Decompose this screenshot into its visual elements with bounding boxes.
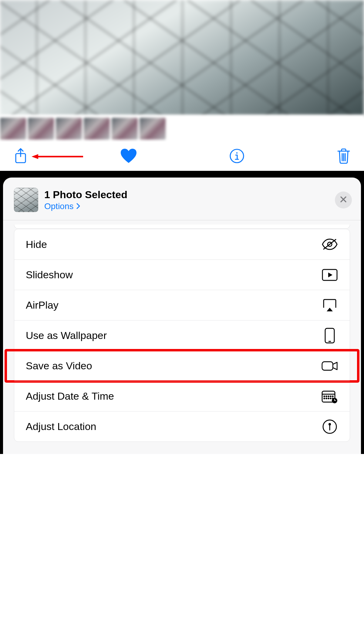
action-airplay[interactable]: AirPlay [14,290,350,320]
share-icon[interactable] [13,147,28,166]
share-sheet-thumbnail [14,188,38,212]
share-sheet-title: 1 Photo Selected [44,189,335,201]
thumbnail[interactable] [0,118,26,140]
share-sheet-header: 1 Photo Selected Options [3,178,361,220]
thumbnail[interactable] [28,118,54,140]
action-label: Adjust Date & Time [26,390,114,402]
action-adjust-location[interactable]: Adjust Location [14,411,350,442]
photo-toolbar [0,142,364,171]
svg-point-19 [328,398,329,399]
thumbnail[interactable] [84,118,110,140]
pin-circle-icon [321,418,338,435]
info-circle-icon[interactable] [229,148,244,165]
action-use-as-wallpaper[interactable]: Use as Wallpaper [14,320,350,350]
share-sheet-options-button[interactable]: Options [44,201,80,211]
play-rect-icon [321,266,338,283]
svg-point-4 [236,152,238,153]
previous-list-tail [14,225,350,229]
calendar-clock-icon [321,388,338,405]
divider-gap [0,171,364,178]
action-adjust-date-time[interactable]: Adjust Date & Time [14,381,350,411]
eye-slash-icon [321,236,338,253]
screenshot-composite: 1 Photo Selected Options [0,0,364,454]
action-label: Adjust Location [26,421,96,432]
svg-point-16 [332,396,333,397]
svg-point-20 [330,398,331,399]
action-hide[interactable]: Hide [14,229,350,259]
close-button[interactable] [335,191,352,208]
svg-point-13 [326,396,327,397]
video-icon [321,357,338,374]
thumbnail[interactable] [140,118,166,140]
action-slideshow[interactable]: Slideshow [14,259,350,290]
svg-point-18 [326,398,327,399]
share-sheet-title-block: 1 Photo Selected Options [44,189,335,211]
action-label: Use as Wallpaper [26,330,107,341]
share-sheet: 1 Photo Selected Options [3,178,361,454]
options-label: Options [44,201,74,211]
action-label: Hide [26,239,47,250]
photo-thumbnail-strip[interactable] [0,115,364,142]
thumbnail[interactable] [112,118,138,140]
share-actions-list: Hide Slideshow [14,229,350,442]
close-icon [340,196,347,204]
airplay-icon [321,297,338,314]
chevron-right-icon [76,201,80,211]
annotation-arrow [32,154,83,160]
action-label: Slideshow [26,269,73,281]
action-label: AirPlay [26,299,59,311]
action-save-as-video[interactable]: Save as Video [14,350,350,381]
thumbnail[interactable] [56,118,82,140]
svg-point-12 [324,396,325,397]
action-label: Save as Video [26,360,92,372]
photo-preview[interactable] [0,0,364,115]
phone-icon [321,327,338,344]
svg-point-17 [324,398,325,399]
svg-rect-9 [322,362,333,370]
heart-filled-icon[interactable] [120,148,137,165]
share-sheet-backdrop: 1 Photo Selected Options [0,178,364,454]
trash-icon[interactable] [337,148,351,165]
svg-point-14 [328,396,329,397]
svg-point-15 [330,396,331,397]
svg-marker-2 [32,154,38,159]
svg-rect-7 [325,328,334,343]
